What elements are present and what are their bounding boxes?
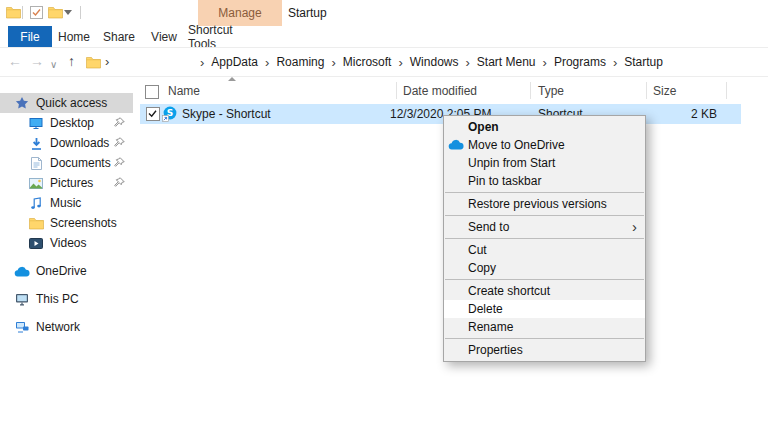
menu-item-move-to-onedrive[interactable]: Move to OneDrive [444,136,645,154]
up-button[interactable]: ↑ [68,54,75,68]
breadcrumb-segment[interactable]: Windows [410,55,459,69]
window-title: Startup [288,6,327,20]
cell-name: Skype - Shortcut [182,107,271,121]
back-button[interactable]: ← [8,54,22,68]
chevron-down-icon[interactable] [64,10,72,15]
breadcrumb-segment[interactable]: Start Menu [477,55,536,69]
menu-item-create-shortcut[interactable]: Create shortcut [444,282,645,300]
breadcrumb-segment[interactable]: Microsoft [343,55,392,69]
desktop-icon [28,117,44,130]
network-icon [14,321,30,333]
sidebar-item-documents[interactable]: Documents [0,153,133,173]
menu-item-label: Copy [468,261,496,275]
sidebar-item-label: Videos [50,236,86,250]
menu-item-delete[interactable]: Delete [444,300,645,318]
breadcrumb-chevron-icon[interactable]: › [331,55,335,70]
menu-item-label: Move to OneDrive [468,138,565,152]
thispc-icon [14,293,30,306]
tab-shortcut-tools[interactable]: Shortcut Tools [188,26,258,47]
sidebar-item-label: Quick access [36,96,107,110]
context-menu: OpenMove to OneDriveUnpin from StartPin … [443,115,646,362]
breadcrumb[interactable]: ›AppData›Roaming›Microsoft›Windows›Start… [200,53,663,71]
menu-item-properties[interactable]: Properties [444,341,645,359]
sidebar-item-label: Network [36,320,80,334]
tab-view[interactable]: View [146,26,182,47]
menu-item-label: Unpin from Start [468,156,555,170]
menu-separator [445,192,644,193]
column-divider[interactable] [726,82,727,99]
sidebar-item-label: Screenshots [50,216,117,230]
breadcrumb-chevron-icon[interactable]: › [543,55,547,70]
breadcrumb-chevron-icon[interactable]: › [613,55,617,70]
sidebar-item-music[interactable]: Music [0,193,133,213]
pin-icon [114,157,125,168]
tab-home[interactable]: Home [54,26,94,47]
pin-icon [114,137,125,148]
menu-item-cut[interactable]: Cut [444,241,645,259]
folder-icon[interactable] [6,6,21,19]
sidebar-item-pictures[interactable]: Pictures [0,173,133,193]
menu-item-label: Create shortcut [468,284,550,298]
menu-item-send-to[interactable]: Send to› [444,218,645,236]
breadcrumb-chevron-icon[interactable]: › [398,55,402,70]
menu-item-restore-previous-versions[interactable]: Restore previous versions [444,195,645,213]
menu-item-label: Cut [468,243,487,257]
column-divider[interactable] [530,82,531,99]
sidebar-item-desktop[interactable]: Desktop [0,113,133,133]
tab-file[interactable]: File [8,26,52,47]
ribbon-bottom-divider [0,47,768,48]
row-checkbox[interactable] [146,107,160,121]
breadcrumb-segment[interactable]: Programs [554,55,606,69]
submenu-arrow-icon: › [632,218,637,236]
folder-icon[interactable] [48,6,63,19]
breadcrumb-chevron-icon[interactable]: › [265,55,269,70]
pictures-icon [28,178,44,189]
breadcrumb-segment[interactable]: Roaming [276,55,324,69]
menu-item-pin-to-taskbar[interactable]: Pin to taskbar [444,172,645,190]
sort-ascending-icon[interactable] [228,77,236,81]
onedrive-icon [14,266,30,277]
breadcrumb-chevron-icon[interactable]: › [465,55,469,70]
column-divider[interactable] [646,82,647,99]
sidebar-item-downloads[interactable]: Downloads [0,133,133,153]
forward-button[interactable]: → [30,54,44,68]
folder-icon [28,217,44,230]
sidebar-item-videos[interactable]: Videos [0,233,133,253]
menu-item-label: Send to [468,220,509,234]
address-folder-icon [86,56,101,72]
file-explorer-window: Manage Startup FileHomeShareViewShortcut… [0,0,768,448]
pin-icon [114,177,125,188]
sidebar-item-label: Music [50,196,81,210]
column-header-size[interactable]: Size [653,84,676,98]
column-header-name[interactable]: Name [168,84,200,98]
select-all-checkbox[interactable] [145,85,159,99]
tab-share[interactable]: Share [100,26,138,47]
menu-item-open[interactable]: Open [444,118,645,136]
menu-item-copy[interactable]: Copy [444,259,645,277]
properties-icon[interactable] [30,6,43,19]
file-row[interactable]: SSkype - Shortcut12/3/2020 2:05 PMShortc… [140,104,741,124]
recent-locations-dropdown-button[interactable]: ∨ [50,58,57,72]
menu-item-rename[interactable]: Rename [444,318,645,336]
breadcrumb-segment[interactable]: AppData [211,55,258,69]
breadcrumb-segment[interactable]: Startup [624,55,663,69]
sidebar-item-this-pc[interactable]: This PC [0,289,133,309]
menu-separator [445,338,644,339]
breadcrumb-chevron-icon[interactable]: › [200,55,204,70]
menu-separator [445,238,644,239]
menu-item-unpin-from-start[interactable]: Unpin from Start [444,154,645,172]
column-header-date-modified[interactable]: Date modified [403,84,477,98]
column-divider[interactable] [396,82,397,99]
menu-item-label: Rename [468,320,513,334]
column-header-type[interactable]: Type [538,84,564,98]
skype-icon: S [162,106,178,122]
menu-separator [445,279,644,280]
menu-item-label: Delete [468,302,503,316]
sidebar-item-screenshots[interactable]: Screenshots [0,213,133,233]
breadcrumb-root-chevron-icon[interactable]: › [105,54,109,69]
onedrive-icon [448,139,464,150]
sidebar-item-network[interactable]: Network [0,317,133,337]
sidebar-item-onedrive[interactable]: OneDrive [0,261,133,281]
sidebar-item-quick-access[interactable]: Quick access [0,93,133,113]
addressbar-bottom-divider [0,76,768,77]
